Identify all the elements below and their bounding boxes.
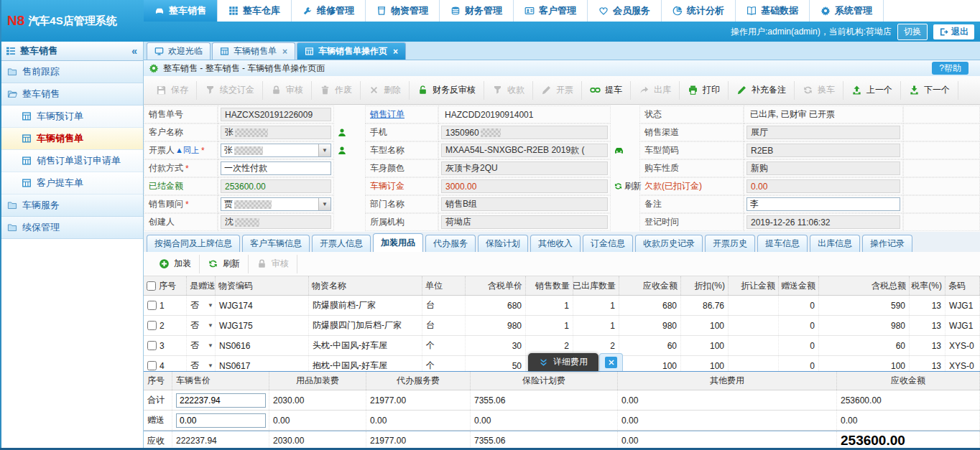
table-row[interactable]: 2否▼WJG175防爆膜四门加后档-厂家台98011980100098013WJ…: [144, 316, 980, 336]
subtab-insurance-plan[interactable]: 保险计划: [478, 235, 528, 252]
cell-seq: 4: [144, 356, 187, 371]
remark-input[interactable]: [746, 197, 900, 211]
close-button[interactable]: [605, 357, 617, 368]
subtab-invoice-history[interactable]: 开票历史: [705, 235, 755, 252]
deposit-label: 车辆订金: [365, 177, 438, 195]
cell-discount: 100: [681, 336, 729, 355]
vehicle-price-gift-input[interactable]: [176, 413, 266, 428]
nav-tab-customer-mgmt[interactable]: 客户管理: [514, 0, 588, 22]
curve-icon: [639, 85, 650, 95]
detail-fee-bar[interactable]: 详细费用: [528, 353, 598, 371]
row-checkbox[interactable]: [147, 361, 157, 370]
vehicle-price-total-input[interactable]: [176, 393, 266, 408]
customer-label: 客户名称: [144, 123, 218, 141]
cell-discount: 100: [681, 356, 729, 371]
car-icon[interactable]: [614, 145, 624, 156]
subtab-deposit-info[interactable]: 订金信息: [583, 235, 633, 252]
org-value: 荷坳店: [441, 215, 608, 229]
sidebar-item-presale-tracking[interactable]: 售前跟踪: [0, 61, 143, 83]
subtab-collection-history[interactable]: 收款历史记录: [635, 235, 703, 252]
col-header-out_qty: 已出库数量: [573, 276, 619, 295]
sidebar-item-sales-order-cancel-request[interactable]: 销售订单退订申请单: [0, 150, 143, 172]
menu-list-icon: [6, 46, 16, 56]
chevron-down-icon[interactable]: ▼: [318, 198, 330, 210]
nav-tab-vehicle-warehouse[interactable]: 整车仓库: [218, 0, 292, 22]
subtab-accessories[interactable]: 加装用品: [373, 233, 423, 252]
printer-icon: [688, 85, 698, 95]
monitor-icon: [154, 47, 164, 56]
print-button[interactable]: 打印: [680, 81, 729, 100]
audit-button: 审核: [263, 81, 312, 100]
subtab-agency-service[interactable]: 代办服务: [425, 235, 476, 252]
nav-tab-system-mgmt[interactable]: 系统管理: [810, 0, 884, 22]
help-button[interactable]: ?帮助: [932, 62, 969, 75]
person-icon[interactable]: [337, 146, 347, 156]
subtab-pickup-info[interactable]: 提车信息: [757, 235, 808, 252]
payment-input[interactable]: [221, 161, 331, 175]
table-row[interactable]: 1否▼WJG174防爆膜前档-厂家台6801168086.76059013WJG…: [144, 296, 980, 316]
app-title: 汽车4S店管理系统: [28, 14, 116, 28]
sidebar-item-vehicle-sales-order[interactable]: 车辆销售单: [0, 128, 143, 150]
nav-tab-member-service[interactable]: 会员服务: [588, 0, 662, 22]
prev-button[interactable]: 上一个: [843, 81, 901, 100]
person-icon[interactable]: [337, 128, 347, 138]
nav-tab-base-data[interactable]: 基础数据: [736, 0, 810, 22]
sidebar-item-vehicle-sales-folder[interactable]: 整车销售: [0, 83, 143, 106]
gift-select[interactable]: 否▼: [187, 296, 216, 315]
sales-order-link[interactable]: 销售订单: [370, 108, 405, 121]
top-bar: N8 汽车4S店管理系统 整车销售整车仓库维修管理物资管理财务管理客户管理会员服…: [0, 0, 980, 42]
add-accessory-button[interactable]: 加装: [151, 255, 200, 273]
tab-close-icon[interactable]: ×: [282, 47, 287, 57]
select-all-checkbox[interactable]: [147, 281, 156, 291]
main-nav: 整车销售整车仓库维修管理物资管理财务管理客户管理会员服务统计分析基础数据系统管理: [144, 0, 980, 22]
pickup-button[interactable]: 提车: [582, 81, 631, 100]
switch-org-button[interactable]: 切换: [897, 24, 928, 40]
nav-tab-material-mgmt[interactable]: 物资管理: [366, 0, 440, 22]
chevron-down-icon[interactable]: ▼: [318, 144, 330, 156]
add-remark-button[interactable]: 补充备注: [729, 81, 795, 100]
col-header-total: 含税总额: [819, 276, 910, 295]
row-checkbox[interactable]: [147, 301, 157, 310]
funnel-icon: [205, 85, 216, 95]
sidebar-item-renewal-mgmt[interactable]: 续保管理: [0, 217, 143, 239]
redacted-text: [481, 128, 501, 137]
subtab-outbound-info[interactable]: 出库信息: [810, 235, 860, 252]
row-checkbox[interactable]: [147, 321, 157, 330]
gift-select[interactable]: 否▼: [187, 356, 216, 371]
subtab-mortgage-plate-info[interactable]: 按揭合同及上牌信息: [147, 235, 240, 252]
folder-open-icon: [7, 89, 17, 99]
logout-button[interactable]: 退出: [933, 24, 974, 39]
next-button[interactable]: 下一个: [901, 81, 958, 100]
gift-select[interactable]: 否▼: [187, 336, 216, 355]
nav-tab-repair-mgmt[interactable]: 维修管理: [292, 0, 366, 22]
nav-tab-vehicle-sales[interactable]: 整车销售: [144, 0, 218, 22]
subtab-operation-log[interactable]: 操作记录: [862, 235, 912, 252]
refresh-button[interactable]: 刷新: [200, 255, 249, 273]
cell-qty: 1: [526, 296, 573, 315]
summary-col-header: 代办服务费: [366, 372, 471, 390]
tab-welcome[interactable]: 欢迎光临: [147, 42, 211, 60]
body-color-label: 车身颜色: [365, 159, 438, 177]
subtab-customer-vehicle-info[interactable]: 客户车辆信息: [242, 235, 310, 252]
sidebar-item-customer-pickup-order[interactable]: 客户提车单: [0, 172, 143, 194]
gift-select[interactable]: 否▼: [187, 316, 216, 335]
row-checkbox[interactable]: [147, 341, 157, 350]
up-icon: [851, 85, 862, 95]
finance-unaudit-button[interactable]: 财务反审核: [410, 81, 484, 100]
sidebar-item-vehicle-service[interactable]: 车辆服务: [0, 194, 143, 217]
sidebar-collapse-icon[interactable]: «: [131, 45, 137, 57]
nav-tab-stats-analysis[interactable]: 统计分析: [662, 0, 736, 22]
same-as-above-link[interactable]: ▲同上: [175, 145, 199, 156]
invoicee-select[interactable]: 张▼: [221, 144, 331, 157]
tab-close-icon[interactable]: ×: [393, 47, 398, 57]
tab-sales-order-page[interactable]: 车辆销售单操作页 ×: [297, 42, 406, 60]
refresh-deposit-button[interactable]: 刷新: [611, 177, 639, 195]
detail-fee-label: 详细费用: [553, 356, 588, 368]
subtab-invoicee-info[interactable]: 开票人信息: [312, 235, 371, 252]
nav-tab-finance-mgmt[interactable]: 财务管理: [440, 0, 514, 22]
cell-discount: 86.76: [681, 296, 729, 315]
subtab-other-income[interactable]: 其他收入: [530, 235, 581, 252]
tab-sales-order-list[interactable]: 车辆销售单 ×: [212, 42, 295, 60]
advisor-select[interactable]: 贾▼: [221, 197, 331, 211]
sidebar-item-vehicle-preorder[interactable]: 车辆预订单: [0, 106, 143, 128]
